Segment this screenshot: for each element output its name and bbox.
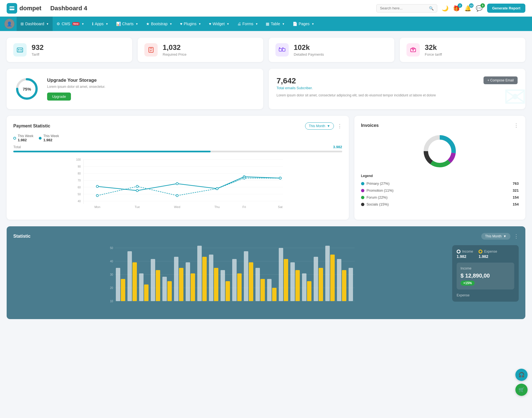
tariff-label: Tariff	[32, 52, 44, 57]
email-desc: Lorem ipsum dolor sit amet, consectetur …	[277, 93, 436, 98]
income-item: Income 1.982	[457, 250, 473, 259]
svg-text:Thu: Thu	[214, 205, 220, 209]
svg-rect-104	[325, 246, 330, 301]
income-amount: $ 12,890,00	[461, 273, 510, 279]
svg-rect-79	[179, 268, 183, 301]
svg-rect-3	[17, 48, 23, 52]
required-price-label: Required Price	[163, 52, 186, 57]
bell-icon-container[interactable]: 🔔 12	[464, 5, 471, 12]
svg-text:50: 50	[78, 193, 81, 196]
statistic-this-month-button[interactable]: This Month ▼	[481, 233, 510, 240]
svg-text:30: 30	[110, 273, 113, 276]
statistic-header: Statistic This Month ▼ ⋮	[13, 233, 519, 240]
email-bg-icon: ✉	[503, 81, 525, 109]
email-count: 7,642	[277, 76, 436, 85]
svg-text:Mon: Mon	[94, 205, 100, 209]
svg-rect-103	[319, 268, 323, 301]
expense-value: 1.982	[479, 254, 497, 259]
page-title: Dashboard 4	[50, 5, 376, 12]
svg-text:70: 70	[78, 179, 81, 182]
storage-title: Upgrade Your Storage	[47, 78, 105, 83]
widget-arrow: ▼	[227, 22, 229, 25]
email-subtitle: Total emails Subcriber.	[277, 86, 436, 90]
svg-text:10: 10	[110, 300, 113, 303]
apps-icon: ℹ	[92, 22, 93, 26]
primary-color-dot	[361, 182, 364, 185]
this-month-button[interactable]: This Month ▼	[305, 122, 334, 130]
nav-item-plugins[interactable]: ♥ Plugins ▼	[176, 17, 205, 31]
svg-rect-100	[302, 273, 306, 301]
svg-point-52	[279, 177, 281, 179]
svg-rect-85	[214, 268, 218, 301]
nav-item-pages[interactable]: 📄 Pages ▼	[289, 17, 318, 31]
invoices-dots-menu[interactable]: ⋮	[514, 122, 519, 129]
forum-legend-count: 154	[513, 195, 519, 199]
legend-item-2: This Week 1.982	[39, 134, 59, 142]
apps-arrow: ▼	[106, 22, 108, 25]
svg-rect-89	[237, 273, 242, 301]
total-row: Total 3.982	[13, 145, 342, 149]
svg-rect-102	[314, 257, 318, 301]
nav-item-dashboard[interactable]: ⊞ Dashboard ▼	[17, 17, 53, 31]
legend1-val: 1.982	[18, 138, 33, 142]
table-icon: ▦	[266, 22, 269, 26]
svg-text:40: 40	[78, 200, 81, 203]
search-box[interactable]: 🔍	[376, 4, 437, 12]
email-card-header: 7,642 Total emails Subcriber. Lorem ipsu…	[277, 76, 518, 98]
invoices-donut-container	[361, 132, 519, 171]
header-right: 🔍 🌙 🎁 2 🔔 12 💬 5 Generate Report	[376, 4, 525, 13]
svg-point-51	[243, 177, 245, 179]
table-arrow: ▼	[282, 22, 285, 25]
nav-item-charts[interactable]: 📊 Charts ▼	[112, 17, 142, 31]
tariff-value: 932	[32, 43, 44, 52]
primary-legend-name: Primary (27%)	[367, 181, 390, 186]
svg-rect-76	[162, 277, 167, 301]
svg-rect-106	[337, 259, 341, 301]
payment-dots-menu[interactable]: ⋮	[337, 123, 342, 129]
chat-icon-container[interactable]: 💬 5	[476, 5, 483, 12]
payment-statistic-card: Payment Statistic This Month ▼ ⋮ This We…	[7, 116, 349, 220]
invoices-title: Invoices	[361, 123, 379, 128]
generate-report-button[interactable]: Generate Report	[487, 4, 525, 13]
svg-rect-75	[156, 270, 160, 301]
gift-icon-container[interactable]: 🎁 2	[453, 5, 460, 12]
svg-text:60: 60	[78, 186, 81, 189]
svg-text:20: 20	[110, 286, 113, 289]
svg-point-47	[96, 194, 98, 197]
force-tariff-info: 32k Force tariff	[425, 43, 442, 57]
expense-item: Expense 1.982	[479, 250, 497, 259]
payments-info: 102k Detalled Payments	[294, 43, 324, 57]
nav-item-widget[interactable]: ♥ Widget ▼	[205, 17, 233, 31]
legend1-label: This Week	[18, 134, 33, 138]
charts-icon: 📊	[116, 22, 121, 26]
header: dompet Dashboard 4 🔍 🌙 🎁 2 🔔 12 💬 5 Gene…	[0, 0, 532, 17]
svg-point-41	[96, 185, 98, 188]
svg-rect-96	[279, 248, 283, 301]
nav-item-forms[interactable]: 🖨 Forms ▼	[233, 17, 262, 31]
bar-chart-svg: 50 40 30 20 10	[13, 245, 447, 312]
storage-info: Upgrade Your Storage Lorem ipsum dolor s…	[47, 78, 105, 101]
svg-rect-74	[151, 259, 155, 301]
svg-point-48	[136, 185, 138, 188]
search-icon: 🔍	[429, 6, 434, 11]
search-input[interactable]	[380, 6, 427, 10]
cms-arrow: ▼	[81, 22, 84, 25]
payment-chart-header: Payment Statistic This Month ▼ ⋮	[13, 122, 342, 130]
legend-row-socials: Socials (15%) 154	[361, 201, 519, 208]
statistic-dots-menu[interactable]: ⋮	[514, 233, 519, 239]
nav-item-cms[interactable]: ⚙ CMS New ▼	[53, 17, 88, 31]
chart-legends: This Week 1.982 This Week 1.982	[13, 134, 342, 142]
forms-icon: 🖨	[237, 22, 241, 26]
svg-rect-88	[232, 259, 237, 301]
nav-item-table[interactable]: ▦ Table ▼	[262, 17, 288, 31]
forms-arrow: ▼	[255, 22, 258, 25]
nav-item-bootstrap[interactable]: ★ Bootstrap ▼	[142, 17, 176, 31]
upgrade-button[interactable]: Upgrade	[47, 93, 71, 101]
svg-text:Sat: Sat	[278, 205, 283, 209]
payment-progress-fill	[13, 151, 211, 152]
nav-item-apps[interactable]: ℹ Apps ▼	[88, 17, 112, 31]
tariff-info: 932 Tariff	[32, 43, 44, 57]
svg-rect-98	[290, 262, 295, 301]
theme-toggle-icon[interactable]: 🌙	[442, 5, 449, 12]
svg-rect-72	[139, 273, 144, 301]
